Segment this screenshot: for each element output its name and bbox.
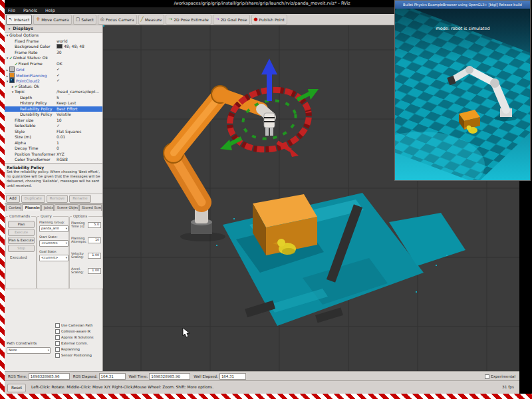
- tab-context[interactable]: Context: [6, 204, 21, 211]
- planning-attempts-spinner[interactable]: 10: [88, 237, 101, 243]
- tool-move-camera[interactable]: ✛Move Camera: [33, 15, 71, 25]
- help-body: Set the reliability policy. When choosin…: [7, 170, 100, 188]
- tool-publish-point[interactable]: ●Publish Point: [251, 15, 287, 25]
- stop-button[interactable]: Stop: [8, 245, 35, 252]
- tab-planning[interactable]: Planning: [22, 204, 40, 211]
- wall-time-label: Wall Time:: [129, 374, 148, 378]
- color-swatch: [57, 44, 63, 49]
- accel-scaling-spinner[interactable]: 1.00: [88, 268, 101, 274]
- commands-label: Commands: [8, 214, 31, 218]
- sensor-positioning-checkbox[interactable]: Sensor Positioning: [55, 352, 92, 358]
- menu-panels[interactable]: Panels: [23, 8, 37, 13]
- external-comm-checkbox[interactable]: External Comm.: [55, 340, 88, 346]
- row-motionplanning-display[interactable]: MotionPlanning✓: [5, 72, 102, 78]
- row-selectable[interactable]: Selectable✓: [5, 123, 102, 129]
- planning-time-spinner[interactable]: 5.0: [88, 222, 101, 228]
- row-fixed-frame-status[interactable]: ✔Fixed FrameOK: [5, 61, 102, 67]
- tool-focus-camera[interactable]: ◎Focus Camera: [98, 15, 137, 25]
- experimental-toggle[interactable]: Experimental: [485, 374, 515, 379]
- row-filter-size[interactable]: Filter size10: [5, 118, 102, 124]
- accel-scaling-label: Accel. Scaling:: [71, 267, 90, 274]
- menu-file[interactable]: File: [8, 8, 15, 13]
- tab-scene-objects[interactable]: Scene Objects: [55, 204, 78, 211]
- row-background-color[interactable]: Background Color48; 48; 48: [5, 44, 102, 50]
- rename-display-button[interactable]: Rename: [69, 195, 91, 203]
- row-topic[interactable]: Topic/head_camera/depth_registered/point…: [5, 89, 102, 95]
- reset-button[interactable]: Reset: [7, 384, 26, 392]
- checkbox-icon: [55, 335, 60, 340]
- bullet-3d-view[interactable]: mode: robot is simulated: [395, 9, 530, 180]
- menu-help[interactable]: Help: [45, 8, 55, 13]
- publish-point-icon: ●: [254, 17, 258, 22]
- row-pointcloud2-display[interactable]: PointCloud2✓: [5, 78, 102, 84]
- row-history-policy[interactable]: History PolicyKeep Last: [5, 100, 102, 106]
- row-size-m[interactable]: Size (m)0.01: [5, 134, 102, 140]
- goal-state-label: Goal State:: [39, 250, 57, 253]
- row-durability-policy[interactable]: Durability PolicyVolatile: [5, 112, 102, 118]
- use-cartesian-path-checkbox[interactable]: Use Cartesian Path: [55, 323, 92, 328]
- checkbox-icon: [485, 374, 489, 379]
- plan-and-execute-button[interactable]: Plan & Execute: [8, 237, 35, 244]
- tool-2d-pose-estimate[interactable]: →2D Pose Estimate: [166, 15, 211, 25]
- query-group: Query Planning Group: panda_arm Start St…: [37, 216, 69, 289]
- measure-icon: ╱: [141, 17, 144, 22]
- time-panel: ROS Time:1698328985.96 ROS Elapsed:164.3…: [5, 371, 519, 381]
- desktop: /workspaces/grip/grip/install/grip/share…: [0, 0, 532, 399]
- ros-time-value[interactable]: 1698328985.96: [29, 373, 70, 380]
- wall-elapsed-value[interactable]: 164.31: [219, 373, 246, 380]
- ros-time-label: ROS Time:: [8, 374, 27, 378]
- goal-pose-arrow-icon: →: [215, 17, 219, 22]
- path-constraints-label: Path Constraints: [7, 341, 37, 345]
- row-global-status[interactable]: ✔Global Status: Ok: [5, 55, 102, 61]
- replanning-checkbox[interactable]: Replanning: [55, 346, 80, 352]
- approx-ik-solutions-checkbox[interactable]: Approx IK Solutions: [55, 334, 93, 340]
- tab-stored-scenes[interactable]: Stored Scene: [79, 204, 102, 211]
- row-grid-display[interactable]: Grid✓: [5, 66, 102, 72]
- tool-select[interactable]: ▢Select: [73, 15, 96, 25]
- execute-button[interactable]: Execute: [8, 229, 35, 236]
- row-decay-time[interactable]: Decay Time0: [5, 146, 102, 152]
- remove-display-button[interactable]: Remove: [47, 195, 68, 203]
- tool-2d-goal-pose[interactable]: →2D Goal Pose: [213, 15, 250, 25]
- tool-interact[interactable]: ↖Interact: [6, 15, 32, 25]
- row-frame-rate[interactable]: Frame Rate30: [5, 50, 102, 56]
- row-style[interactable]: StyleFlat Squares: [5, 129, 102, 135]
- displays-buttons: Add Duplicate Remove Rename: [5, 194, 102, 203]
- options-group: Options Planning Time (s): 5.0 Planning …: [69, 216, 103, 289]
- add-display-button[interactable]: Add: [6, 195, 20, 203]
- checkbox-icon: [55, 347, 60, 352]
- start-state-select[interactable]: <current>: [39, 240, 68, 247]
- ros-elapsed-value[interactable]: 164.31: [99, 373, 126, 380]
- fps-counter: 31 fps: [502, 385, 514, 389]
- planning-group-select[interactable]: panda_arm: [39, 225, 68, 232]
- row-fixed-frame[interactable]: Fixed Frameworld: [5, 39, 102, 45]
- bullet-window[interactable]: Bullet Physics ExampleBrowser using Open…: [394, 0, 531, 181]
- row-pc-status[interactable]: ✔Status: Ok: [5, 84, 102, 90]
- plan-button[interactable]: Plan: [8, 221, 35, 228]
- move-camera-icon: ✛: [36, 17, 40, 22]
- path-constraints-select[interactable]: None: [7, 347, 51, 354]
- row-alpha[interactable]: Alpha1: [5, 140, 102, 146]
- collapse-icon[interactable]: [7, 25, 11, 32]
- row-global-options[interactable]: Global Options: [5, 33, 102, 39]
- bullet-titlebar[interactable]: Bullet Physics ExampleBrowser using Open…: [395, 1, 530, 9]
- planning-time-label: Planning Time (s):: [71, 221, 90, 228]
- collision-aware-ik-checkbox[interactable]: Collision-aware IK: [55, 329, 90, 334]
- planning-attempts-label: Planning Attempts:: [71, 237, 90, 243]
- tool-measure[interactable]: ╱Measure: [138, 15, 165, 25]
- tab-joints[interactable]: Joints: [41, 204, 54, 211]
- row-depth[interactable]: Depth5: [5, 95, 102, 101]
- checkbox-icon: [55, 341, 60, 346]
- row-position-transformer[interactable]: Position TransformerXYZ: [5, 152, 102, 158]
- wall-time-value[interactable]: 1698328985.90: [149, 373, 190, 380]
- row-color-transformer[interactable]: Color TransformerRGB8: [5, 157, 102, 163]
- goal-state-select[interactable]: <current>: [39, 255, 68, 261]
- row-reliability-policy[interactable]: Reliability PolicyBest Effort: [5, 106, 102, 112]
- velocity-scaling-spinner[interactable]: 1.00: [88, 253, 101, 259]
- query-label: Query: [39, 214, 53, 218]
- checkbox-icon: [55, 323, 60, 328]
- floor-shading: [395, 9, 530, 62]
- cursor-icon: ↖: [9, 17, 13, 22]
- displays-panel-header[interactable]: Displays: [5, 25, 102, 33]
- duplicate-display-button[interactable]: Duplicate: [21, 195, 45, 203]
